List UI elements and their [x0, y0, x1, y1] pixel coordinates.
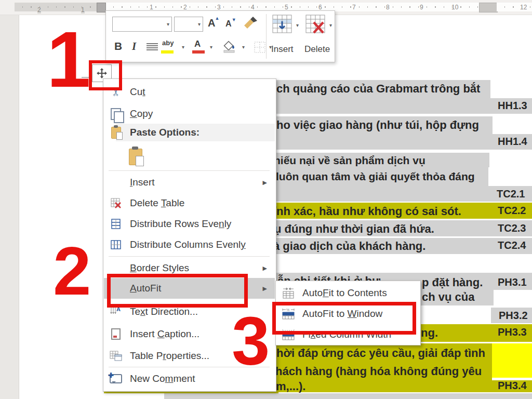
format-painter-button[interactable] [242, 16, 258, 33]
table-properties-icon [108, 350, 124, 362]
delete-table-button[interactable] [304, 14, 326, 37]
font-name-combo[interactable]: ▾ [112, 17, 172, 32]
chevron-down-icon[interactable]: ▾ [167, 21, 169, 27]
mini-toolbar: ▾ ▾ A ▲ A ▼ ▾ [105, 10, 335, 62]
italic-button[interactable]: I [132, 40, 136, 53]
borders-button[interactable] [254, 41, 266, 56]
table-cell-text: p đặt hàng. [422, 276, 483, 289]
annotation-step-3: 3 [232, 313, 270, 369]
clipboard-icon [108, 127, 124, 139]
menu-item-copy[interactable]: Copy [104, 105, 274, 123]
menu-item-label: Distribute Columns Evenly [130, 239, 246, 250]
highlight-color-bar [161, 50, 174, 54]
chevron-down-icon[interactable]: ▾ [269, 44, 272, 50]
distribute-columns-icon [108, 239, 124, 250]
shrink-font-button[interactable]: A ▼ [225, 19, 232, 29]
table-row-highlight [272, 134, 532, 150]
menu-item-distribute-rows[interactable]: Distribute Rows Evenly [104, 215, 274, 233]
menu-item-label: Distribute Rows Evenly [130, 218, 231, 230]
autofit-contents-icon [280, 287, 297, 299]
chevron-down-icon[interactable]: ▾ [210, 44, 212, 50]
font-color-button[interactable]: A [194, 39, 201, 49]
menu-item-insert[interactable]: Insert ▶ [104, 174, 274, 191]
menu-item-delete-table[interactable]: Delete Table [104, 194, 274, 212]
shrink-arrow-icon: ▼ [232, 17, 236, 22]
annotation-step-1: 1 [47, 27, 91, 92]
table-cell-text: à giao dịch của khách hàng. [273, 240, 425, 253]
table-cell-code: TC2.3 [498, 222, 526, 234]
menu-item-label: Cut [130, 86, 145, 98]
delete-label: Delete [304, 44, 330, 55]
table-cell-code: HH1.3 [498, 100, 527, 112]
bold-button[interactable]: B [114, 40, 122, 52]
grow-arrow-icon: ▲ [215, 16, 220, 21]
borders-icon [254, 41, 266, 54]
table-row-highlight-yellow [272, 380, 532, 392]
table-row-highlight [272, 186, 532, 202]
insert-table-icon [271, 14, 293, 35]
menu-separator [109, 256, 270, 257]
table-cell-code: TC2.1 [497, 188, 525, 200]
table-row-highlight [272, 98, 532, 114]
menu-item-cut[interactable]: ✂ Cut [104, 83, 274, 101]
table-cell-text: ụ đúng như thời gian đã hứa. [274, 222, 434, 236]
insert-table-button[interactable] [271, 14, 293, 37]
annotation-box-autofit [107, 274, 248, 308]
table-cell-yellow-unselected [492, 343, 532, 378]
annotation-box-autofit-window [272, 302, 416, 335]
chevron-down-icon[interactable]: ▾ [242, 44, 245, 50]
chevron-down-icon[interactable]: ▾ [296, 22, 299, 28]
table-cell-text: ho việc giao hàng (như túi, hộp đựng [276, 118, 479, 132]
menu-item-label: Delete Table [130, 197, 184, 209]
text-direction-icon: A [108, 306, 124, 317]
delete-table-icon [108, 197, 124, 209]
table-cell-code: HH1.4 [498, 136, 527, 148]
table-cell-code: PH3.3 [498, 326, 527, 338]
table-cell-text: ính xác, hầu như không có sai sót. [273, 205, 461, 218]
menu-item-label: Paste Options: [130, 127, 200, 138]
shading-button[interactable] [222, 40, 237, 56]
submenu-arrow-icon: ▶ [263, 285, 267, 292]
menu-item-label: New Comment [130, 373, 195, 384]
insert-label: Insert [271, 44, 294, 55]
distribute-rows-icon [108, 218, 124, 230]
paste-clipboard-icon [128, 149, 143, 165]
menu-item-distribute-columns[interactable]: Distribute Columns Evenly [104, 236, 274, 254]
menu-item-label: Table Properties... [130, 350, 209, 362]
table-cell-text: ch quảng cáo của Grabmart trông bắt [276, 82, 480, 96]
paste-option-keep-formatting-button[interactable] [104, 144, 274, 169]
submenu-item-autofit-contents[interactable]: AutoFit to Contents [276, 283, 419, 303]
table-cell-text: m,...). [276, 380, 305, 393]
delete-table-icon [304, 14, 326, 35]
annotation-step-2: 2 [53, 243, 91, 299]
insert-caption-icon [108, 328, 124, 340]
word-window: 2 1 1 2 3 4 5 6 7 8 9 10 12 ch quảng cáo… [0, 0, 532, 399]
table-cell-text: ch vụ của [422, 290, 474, 304]
submenu-arrow-icon: ▶ [263, 265, 267, 272]
font-color-bar [192, 50, 205, 54]
table-cell-code: PH3.2 [499, 310, 528, 322]
new-comment-icon: ✚ [108, 374, 124, 383]
text-highlight-button[interactable]: aby [162, 39, 174, 47]
menu-item-label: Border Styles [130, 262, 189, 274]
font-size-combo[interactable]: ▾ [174, 17, 203, 32]
table-cell-code: PH3.1 [498, 276, 527, 288]
chevron-down-icon[interactable]: ▾ [182, 44, 184, 50]
ruler-margin-right [479, 3, 498, 12]
line-spacing-button[interactable] [147, 42, 158, 51]
menu-item-label: Insert [130, 177, 155, 188]
paint-bucket-icon [222, 40, 237, 54]
chevron-down-icon[interactable]: ▾ [198, 21, 201, 27]
submenu-arrow-icon: ▶ [263, 179, 267, 186]
menu-item-label: Copy [130, 108, 153, 119]
grow-font-button[interactable]: A ▲ [208, 17, 215, 29]
menu-item-paste-options: Paste Options: [104, 124, 274, 141]
menu-item-label: Insert Caption... [130, 328, 200, 340]
ruler-indent-marker[interactable] [97, 3, 106, 12]
submenu-item-label: AutoFit to Contents [302, 287, 387, 299]
chevron-down-icon[interactable]: ▾ [329, 22, 332, 28]
table-cell-text: hiếu nại về sản phẩm dịch vụ [274, 154, 425, 167]
table-cell-code: TC2.4 [498, 240, 526, 251]
format-painter-icon [242, 16, 258, 31]
table-cell-text: ng. [421, 326, 438, 340]
